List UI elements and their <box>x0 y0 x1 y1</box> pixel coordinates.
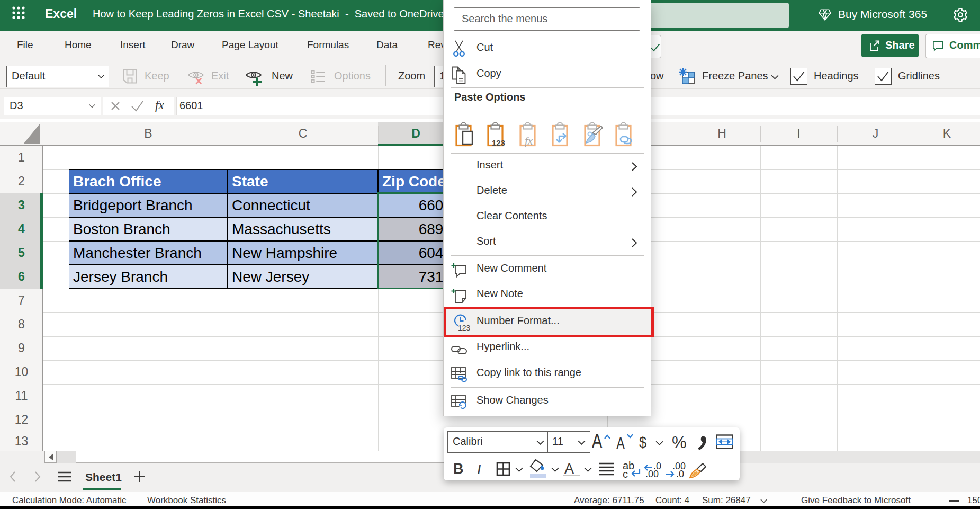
svg-text:123: 123 <box>458 324 470 332</box>
svg-text:123: 123 <box>492 138 505 147</box>
svg-text:fx: fx <box>525 135 533 147</box>
